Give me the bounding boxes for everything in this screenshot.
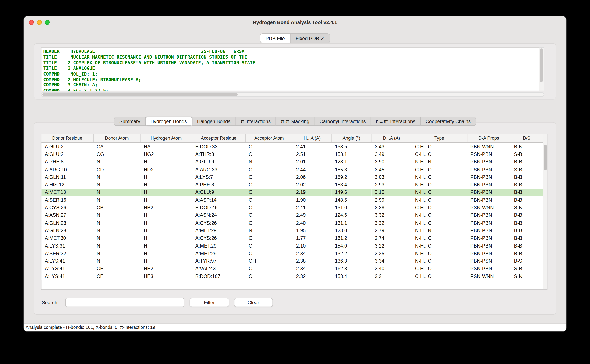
table-cell: 2.99	[371, 196, 412, 204]
table-cell: S-B	[510, 166, 543, 173]
table-row[interactable]: A:LYS:41CEHE3B:DOD:107O2.32153.43.31C-H.…	[41, 272, 543, 280]
table-cell: H	[140, 173, 192, 181]
table-cell: PSN-PBN	[467, 265, 510, 272]
table-cell: N	[93, 196, 140, 204]
close-button[interactable]	[29, 20, 34, 25]
pdb-vertical-scrollbar[interactable]	[539, 47, 544, 91]
table-cell: 148.5	[331, 196, 371, 204]
table-row[interactable]: A:MET:30NHA:CYS:26O1.77161.22.74N-H...OP…	[41, 234, 543, 242]
tab-n-interactions[interactable]: n→π* Interactions	[371, 117, 421, 126]
tab-hydrogen-bonds[interactable]: Hydrogen Bonds	[145, 117, 192, 126]
table-cell: PBN-PBN	[467, 158, 510, 166]
table-cell: N	[93, 173, 140, 181]
table-cell: PBN-PBN	[467, 173, 510, 181]
tab-pdb-file[interactable]: PDB File	[260, 34, 290, 43]
results-panel: Donor ResidueDonor AtomHydrogen AtomAcce…	[34, 122, 556, 315]
table-row[interactable]: A:CYS:26CBHB2B:DOD:46O2.41151.03.38C-H..…	[41, 204, 543, 211]
tab-summary[interactable]: Summary	[114, 117, 145, 126]
filter-button[interactable]: Filter	[190, 298, 229, 307]
table-cell: 2.41	[293, 143, 331, 150]
column-header[interactable]: H...A (Å)	[293, 134, 331, 143]
table-cell: N-H...O	[412, 249, 467, 257]
table-cell: N	[93, 234, 140, 242]
table-cell: B:DOD:107	[192, 272, 245, 280]
column-header[interactable]: Angle (°)	[331, 134, 371, 143]
table-cell: H	[140, 196, 192, 204]
scrollbar-thumb[interactable]	[540, 48, 543, 82]
column-header[interactable]: B/S	[510, 134, 543, 143]
table-row[interactable]: A:ARG:10CDHD2A:ARG:33O2.44155.33.45C-H..…	[41, 166, 543, 173]
table-cell: 2.38	[293, 257, 331, 265]
table-cell: O	[245, 272, 293, 280]
tab-carbonyl-interactions[interactable]: Carbonyl Interactions	[314, 117, 371, 126]
tab-cooperativity-chains[interactable]: Cooperativity Chains	[420, 117, 476, 126]
zoom-button[interactable]	[45, 20, 50, 25]
scrollbar-thumb[interactable]	[42, 93, 238, 96]
table-cell: H	[140, 181, 192, 188]
table-row[interactable]: A:SER:32NHA:MET:29O2.34132.23.25N-H...OP…	[41, 249, 543, 257]
tab-halogen-bonds[interactable]: Halogen Bonds	[192, 117, 236, 126]
table-cell: H	[140, 257, 192, 265]
pdb-textarea[interactable]: HEADER HYDROLASE 25-FEB-86 6RSA TITLE NU…	[41, 47, 539, 91]
window-title: Hydrogen Bond Analysis Tool v2.4.1	[24, 16, 566, 29]
table-cell: A:ARG:10	[41, 166, 93, 173]
table-cell: O	[245, 188, 293, 196]
table-cell: O	[245, 242, 293, 249]
table-row[interactable]: A:LYS:41CEHE2A:VAL:43O2.34162.83.40C-H..…	[41, 265, 543, 272]
table-cell: H	[140, 188, 192, 196]
table-cell: 3.32	[371, 211, 412, 219]
column-header[interactable]: D...A (Å)	[371, 134, 412, 143]
table-cell: 2.34	[293, 265, 331, 272]
column-header[interactable]: Hydrogen Atom	[140, 134, 192, 143]
table-row[interactable]: A:GLN:11NHA:LYS:7O2.06159.23.03N-H...OPB…	[41, 173, 543, 181]
table-row[interactable]: A:LYS:31NHA:MET:29O2.10154.03.22N-H...OP…	[41, 242, 543, 249]
table-cell: CA	[93, 143, 140, 150]
table-cell: S-N	[510, 204, 543, 211]
file-segmented-control: PDB File Fixed PDB ✓	[260, 33, 330, 43]
minimize-button[interactable]	[37, 20, 42, 25]
table-cell: A:MET:29	[192, 227, 245, 234]
table-cell: B-S	[510, 257, 543, 265]
tab-stacking[interactable]: π-π Stacking	[275, 117, 315, 126]
table-cell: S-B	[510, 150, 543, 158]
table-row[interactable]: A:GLN:28NHA:MET:29N1.95123.02.79N-H...NP…	[41, 227, 543, 234]
column-header[interactable]: Donor Residue	[41, 134, 93, 143]
title-bar[interactable]: Hydrogen Bond Analysis Tool v2.4.1	[24, 16, 566, 29]
tab-fixed-pdb[interactable]: Fixed PDB ✓	[290, 34, 330, 43]
column-header[interactable]: Acceptor Residue	[192, 134, 245, 143]
table-row[interactable]: A:GLN:28NHA:CYS:26O2.40131.13.32N-H...OP…	[41, 219, 543, 227]
table-row[interactable]: A:GLU:2CAHAB:DOD:33O2.41158.53.43C-H...O…	[41, 143, 543, 150]
scrollbar-thumb[interactable]	[544, 145, 547, 170]
table-row[interactable]: A:LYS:41NHA:TYR:97OH2.38136.33.34N-H...O…	[41, 257, 543, 265]
table-cell: PSN-PBN	[467, 150, 510, 158]
table-cell: A:PHE:8	[192, 181, 245, 188]
search-input[interactable]	[66, 298, 184, 307]
table-cell: 161.2	[331, 234, 371, 242]
table-row[interactable]: A:GLU:2CGHG2A:THR:3O2.51153.13.49C-H...O…	[41, 150, 543, 158]
pdb-horizontal-scrollbar[interactable]	[41, 92, 544, 97]
table-row[interactable]: A:HIS:12NHA:PHE:8O2.02153.42.93N-H...OPB…	[41, 181, 543, 188]
table-cell: 153.1	[331, 150, 371, 158]
table-cell: 2.90	[371, 158, 412, 166]
table-cell: H	[140, 234, 192, 242]
column-header[interactable]: Type	[412, 134, 467, 143]
column-header[interactable]: D-A Props	[467, 134, 510, 143]
table-cell: A:TYR:97	[192, 257, 245, 265]
table-cell: 132.2	[331, 249, 371, 257]
table-cell: 124.6	[331, 211, 371, 219]
table-cell: 2.40	[293, 219, 331, 227]
table-cell: 128.1	[331, 158, 371, 166]
table-row[interactable]: A:ASN:27NHA:ASN:24O2.49124.63.32N-H...OP…	[41, 211, 543, 219]
table-row[interactable]: A:SER:16NHA:ASP:14O1.90148.52.99N-H...OP…	[41, 196, 543, 204]
table-vertical-scrollbar[interactable]	[543, 134, 547, 289]
table-row[interactable]: A:PHE:8NHA:GLU:9N2.01128.12.90N-H...NPBN…	[41, 158, 543, 166]
table-cell: A:MET:29	[192, 249, 245, 257]
table-cell: A:GLN:28	[41, 227, 93, 234]
clear-button[interactable]: Clear	[234, 298, 273, 307]
tab-interactions[interactable]: π Interactions	[235, 117, 276, 126]
table-row[interactable]: A:MET:13NHA:GLU:9O2.19149.63.10N-H...OPB…	[41, 188, 543, 196]
column-header[interactable]: Donor Atom	[93, 134, 140, 143]
table-cell: O	[245, 234, 293, 242]
column-header[interactable]: Acceptor Atom	[245, 134, 293, 143]
table-cell: HA	[140, 143, 192, 150]
